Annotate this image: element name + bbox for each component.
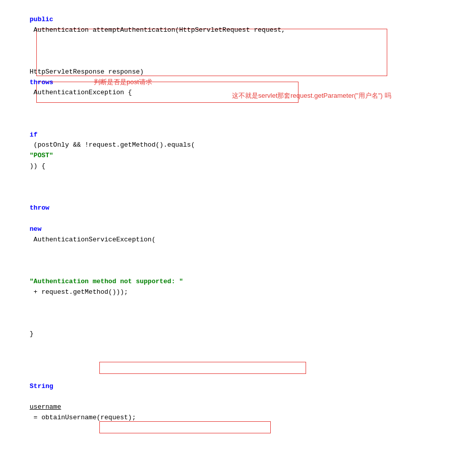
code-line-2: HttpServletResponse response) throws Aut… [0, 46, 476, 109]
code-line-6: } [0, 308, 476, 350]
keyword-public: public [30, 16, 53, 23]
code-line-8: String username = obtainUsername(request… [0, 360, 476, 434]
code-line-5: "Authentication method not supported: " … [0, 255, 476, 308]
code-container: 判断是否是post请求 这不就是servlet那套request.getPara… [0, 0, 476, 450]
code-line-1: public Authentication attemptAuthenticat… [0, 4, 476, 46]
code-line-4: throw new AuthenticationServiceException… [0, 182, 476, 256]
code-line-spacer1 [0, 350, 476, 360]
code-line-9: String password = obtainPassword(request… [0, 434, 476, 450]
code-line-3: if (postOnly && !request.getMethod().equ… [0, 109, 476, 182]
